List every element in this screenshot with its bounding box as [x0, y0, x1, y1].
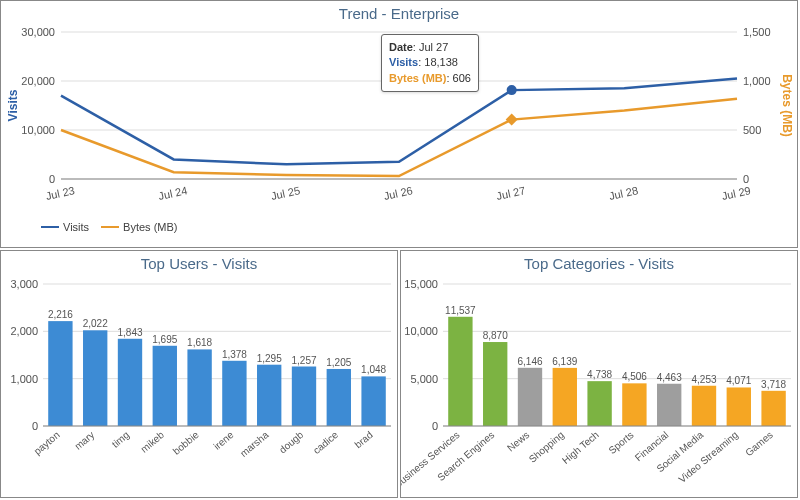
- svg-text:payton: payton: [32, 429, 62, 457]
- top-users-panel: Top Users - Visits 01,0002,0003,0002,216…: [0, 250, 398, 498]
- tooltip-bytes-key: Bytes (MB): [389, 72, 446, 84]
- svg-rect-43: [187, 349, 211, 426]
- svg-text:2,022: 2,022: [83, 318, 108, 329]
- svg-text:0: 0: [432, 420, 438, 432]
- svg-text:1,000: 1,000: [10, 373, 38, 385]
- svg-text:mary: mary: [72, 429, 96, 452]
- svg-text:Jul 24: Jul 24: [157, 184, 188, 202]
- trend-chart-area[interactable]: 010,00020,00030,00005001,0001,500Jul 23J…: [1, 24, 797, 219]
- svg-text:Jul 29: Jul 29: [721, 184, 752, 202]
- tooltip-bytes-val: 606: [453, 72, 471, 84]
- svg-text:0: 0: [32, 420, 38, 432]
- svg-rect-31: [48, 321, 72, 426]
- svg-text:500: 500: [743, 124, 761, 136]
- svg-text:0: 0: [743, 173, 749, 185]
- svg-text:bobbie: bobbie: [171, 429, 201, 457]
- svg-rect-37: [118, 339, 142, 426]
- tooltip-visits-val: 18,138: [424, 56, 458, 68]
- svg-text:15,000: 15,000: [404, 278, 438, 290]
- svg-text:1,843: 1,843: [117, 327, 142, 338]
- svg-text:Jul 23: Jul 23: [45, 184, 76, 202]
- svg-text:6,139: 6,139: [552, 356, 577, 367]
- svg-text:10,000: 10,000: [404, 325, 438, 337]
- svg-text:3,718: 3,718: [761, 379, 786, 390]
- svg-text:11,537: 11,537: [445, 305, 476, 316]
- top-categories-panel: Top Categories - Visits 05,00010,00015,0…: [400, 250, 798, 498]
- svg-text:1,257: 1,257: [291, 355, 316, 366]
- top-categories-title: Top Categories - Visits: [401, 251, 797, 274]
- svg-rect-52: [292, 367, 316, 426]
- svg-text:2,000: 2,000: [10, 325, 38, 337]
- svg-text:1,500: 1,500: [743, 26, 771, 38]
- svg-rect-88: [657, 384, 681, 426]
- svg-text:Jul 26: Jul 26: [383, 184, 414, 202]
- svg-rect-73: [483, 342, 507, 426]
- svg-text:1,295: 1,295: [257, 353, 282, 364]
- svg-text:Video Streaming: Video Streaming: [677, 429, 741, 485]
- svg-text:Bytes (MB): Bytes (MB): [780, 74, 794, 137]
- svg-text:marsha: marsha: [238, 429, 271, 459]
- svg-text:Jul 28: Jul 28: [608, 184, 639, 202]
- svg-rect-55: [327, 369, 351, 426]
- svg-text:mikeb: mikeb: [139, 429, 167, 455]
- svg-text:1,618: 1,618: [187, 337, 212, 348]
- top-users-title: Top Users - Visits: [1, 251, 397, 274]
- svg-text:20,000: 20,000: [21, 75, 55, 87]
- svg-text:4,506: 4,506: [622, 371, 647, 382]
- svg-rect-79: [553, 368, 577, 426]
- svg-text:Jul 25: Jul 25: [270, 184, 301, 202]
- svg-text:1,000: 1,000: [743, 75, 771, 87]
- svg-rect-94: [727, 387, 751, 426]
- svg-text:30,000: 30,000: [21, 26, 55, 38]
- svg-text:0: 0: [49, 173, 55, 185]
- svg-text:1,048: 1,048: [361, 364, 386, 375]
- svg-text:brad: brad: [352, 429, 374, 450]
- svg-text:cadice: cadice: [311, 429, 341, 456]
- svg-rect-97: [761, 391, 785, 426]
- legend-visits[interactable]: Visits: [41, 221, 89, 233]
- svg-text:1,378: 1,378: [222, 349, 247, 360]
- tooltip-visits-key: Visits: [389, 56, 418, 68]
- svg-text:4,463: 4,463: [657, 372, 682, 383]
- svg-text:5,000: 5,000: [410, 373, 438, 385]
- svg-text:4,253: 4,253: [691, 374, 716, 385]
- svg-text:Sports: Sports: [606, 429, 635, 456]
- svg-text:10,000: 10,000: [21, 124, 55, 136]
- svg-rect-76: [518, 368, 542, 426]
- svg-text:timg: timg: [110, 429, 132, 450]
- svg-text:dougb: dougb: [277, 429, 306, 456]
- trend-tooltip: Date: Jul 27 Visits: 18,138 Bytes (MB): …: [381, 34, 479, 92]
- svg-text:4,071: 4,071: [726, 375, 751, 386]
- tooltip-date-key: Date: [389, 41, 413, 53]
- svg-text:irene: irene: [212, 429, 236, 452]
- trend-title: Trend - Enterprise: [1, 1, 797, 24]
- svg-rect-85: [622, 383, 646, 426]
- svg-text:8,870: 8,870: [483, 330, 508, 341]
- svg-text:1,695: 1,695: [152, 334, 177, 345]
- svg-text:Visits: Visits: [6, 89, 20, 121]
- svg-rect-91: [692, 386, 716, 426]
- svg-rect-70: [448, 317, 472, 426]
- svg-rect-46: [222, 361, 246, 426]
- legend-bytes[interactable]: Bytes (MB): [101, 221, 177, 233]
- svg-text:2,216: 2,216: [48, 309, 73, 320]
- top-categories-chart[interactable]: 05,00010,00015,00011,537Business Service…: [401, 274, 797, 496]
- svg-text:Jul 27: Jul 27: [495, 184, 526, 202]
- svg-text:News: News: [505, 429, 531, 454]
- svg-rect-82: [587, 381, 611, 426]
- svg-rect-40: [153, 346, 177, 426]
- svg-text:High Tech: High Tech: [560, 429, 601, 466]
- svg-point-21: [507, 85, 517, 95]
- svg-rect-34: [83, 330, 107, 426]
- svg-text:Games: Games: [743, 429, 775, 458]
- svg-text:3,000: 3,000: [10, 278, 38, 290]
- svg-rect-49: [257, 365, 281, 426]
- top-users-chart[interactable]: 01,0002,0003,0002,216payton2,022mary1,84…: [1, 274, 397, 496]
- legend-bytes-label: Bytes (MB): [123, 221, 177, 233]
- svg-text:6,146: 6,146: [517, 356, 542, 367]
- tooltip-date-val: Jul 27: [419, 41, 448, 53]
- svg-text:4,738: 4,738: [587, 369, 612, 380]
- trend-enterprise-panel: Trend - Enterprise 010,00020,00030,00005…: [0, 0, 798, 248]
- svg-rect-58: [361, 376, 385, 426]
- svg-text:1,205: 1,205: [326, 357, 351, 368]
